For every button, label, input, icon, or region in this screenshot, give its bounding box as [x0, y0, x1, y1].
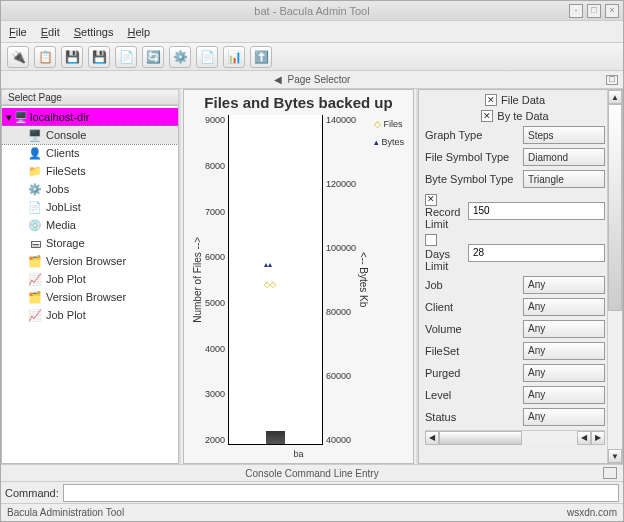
job-label: Job [425, 279, 519, 291]
refresh-icon[interactable]: 🔄 [142, 46, 164, 68]
scroll-up-icon[interactable]: ▲ [608, 90, 622, 104]
splitter-left[interactable] [179, 89, 181, 464]
file-data-checkbox[interactable]: ✕ [485, 94, 497, 106]
tree-item-icon: 💿 [28, 218, 42, 232]
bytes-marker: ▴▴ [264, 260, 272, 269]
fileset-select[interactable]: Any [523, 342, 605, 360]
y-axis-left-ticks: 90008000700060005000400030002000 [205, 115, 228, 445]
print-icon[interactable]: 📄 [115, 46, 137, 68]
client-select[interactable]: Any [523, 298, 605, 316]
hscroll-thumb[interactable] [439, 431, 522, 445]
tree-item[interactable]: 📁FileSets [2, 162, 178, 180]
tree-item[interactable]: 🖥️Console [2, 126, 178, 144]
days-limit-checkbox[interactable] [425, 234, 437, 246]
client-label: Client [425, 301, 519, 313]
byte-data-checkbox[interactable]: ✕ [481, 110, 493, 122]
tree-item-label: FileSets [46, 165, 86, 177]
command-label: Command: [5, 487, 59, 499]
job-select[interactable]: Any [523, 276, 605, 294]
byte-symbol-label: Byte Symbol Type [425, 173, 519, 185]
volume-select[interactable]: Any [523, 320, 605, 338]
options-panel: ✕ File Data ✕ By te Data Graph Type Step… [418, 89, 623, 464]
page-tree[interactable]: ▾ 🖥️ localhost-dir 🖥️Console👤Clients📁Fil… [1, 105, 179, 464]
tree-item[interactable]: 💿Media [2, 216, 178, 234]
tree-item-icon: 📁 [28, 164, 42, 178]
volume-label: Volume [425, 323, 519, 335]
tree-item[interactable]: ⚙️Jobs [2, 180, 178, 198]
minimize-button[interactable]: ‐ [569, 4, 583, 18]
tree-item[interactable]: 📄JobList [2, 198, 178, 216]
tree-item[interactable]: 👤Clients [2, 144, 178, 162]
tree-item-icon: 🗂️ [28, 290, 42, 304]
tree-item-label: Media [46, 219, 76, 231]
menu-file[interactable]: File [9, 26, 27, 38]
menu-help[interactable]: Help [127, 26, 150, 38]
up-icon[interactable]: ⬆️ [250, 46, 272, 68]
vscroll-thumb[interactable] [608, 104, 622, 311]
purged-select[interactable]: Any [523, 364, 605, 382]
scroll-right-icon[interactable]: ▶ [591, 431, 605, 445]
detach-icon[interactable]: □ [606, 75, 618, 85]
save-as-icon[interactable]: 💾 [88, 46, 110, 68]
scroll-left-icon[interactable]: ◀ [425, 431, 439, 445]
record-limit-input[interactable] [468, 202, 605, 220]
tree-item[interactable]: 🗂️Version Browser [2, 288, 178, 306]
scroll-down-icon[interactable]: ▼ [608, 449, 622, 463]
status-bar: Bacula Administration Tool wsxdn.com [1, 503, 623, 521]
tree-item-icon: 🖴 [28, 236, 42, 250]
sidebar: Select Page ▾ 🖥️ localhost-dir 🖥️Console… [1, 89, 179, 464]
tree-item-icon: 🖥️ [28, 128, 42, 142]
save-icon[interactable]: 💾 [61, 46, 83, 68]
scroll-left2-icon[interactable]: ◀ [577, 431, 591, 445]
maximize-button[interactable]: □ [587, 4, 601, 18]
tree-item-label: Job Plot [46, 273, 86, 285]
status-label: Status [425, 411, 519, 423]
tree-item-icon: ⚙️ [28, 182, 42, 196]
tree-item-icon: 🗂️ [28, 254, 42, 268]
files-marker: ◇◇ [264, 280, 276, 289]
options-hscroll[interactable]: ◀ ◀ ▶ [425, 430, 605, 445]
x-axis-label: ba [188, 449, 409, 459]
tree-item[interactable]: 🗂️Version Browser [2, 252, 178, 270]
select-page-header: Select Page [1, 89, 179, 105]
tree-item-label: Clients [46, 147, 80, 159]
settings-icon[interactable]: ⚙️ [169, 46, 191, 68]
y-axis-right-label: <-- Bytes Kb [356, 115, 371, 445]
tree-item[interactable]: 📈Job Plot [2, 270, 178, 288]
graph-type-label: Graph Type [425, 129, 519, 141]
tree-item-label: Jobs [46, 183, 69, 195]
command-input[interactable] [63, 484, 619, 502]
menu-edit[interactable]: Edit [41, 26, 60, 38]
graph-type-select[interactable]: Steps [523, 126, 605, 144]
record-limit-checkbox[interactable]: ✕ [425, 194, 437, 206]
status-select[interactable]: Any [523, 408, 605, 426]
close-button[interactable]: × [605, 4, 619, 18]
byte-symbol-select[interactable]: Triangle [523, 170, 605, 188]
level-select[interactable]: Any [523, 386, 605, 404]
tree-item[interactable]: 📈Job Plot [2, 306, 178, 324]
file-symbol-label: File Symbol Type [425, 151, 519, 163]
tree-item-label: Console [46, 129, 86, 141]
plot-area: ▴▴ ◇◇ [228, 115, 323, 445]
console-detach-icon[interactable] [603, 467, 617, 479]
menu-settings[interactable]: Settings [74, 26, 114, 38]
byte-data-label: By te Data [497, 110, 548, 122]
command-line: Command: [1, 481, 623, 503]
chart-title: Files and Bytes backed up [188, 94, 409, 111]
monitor-icon[interactable]: 📊 [223, 46, 245, 68]
status-text: Bacula Administration Tool [7, 507, 124, 518]
window-title: bat - Bacula Admin Tool [254, 5, 369, 17]
tree-item[interactable]: 🖴Storage [2, 234, 178, 252]
days-limit-input[interactable] [468, 244, 605, 262]
label-icon[interactable]: 📋 [34, 46, 56, 68]
file-symbol-select[interactable]: Diamond [523, 148, 605, 166]
connect-icon[interactable]: 🔌 [7, 46, 29, 68]
tree-root[interactable]: ▾ 🖥️ localhost-dir [2, 108, 178, 126]
collapse-icon[interactable]: ▾ [6, 111, 12, 124]
file-data-label: File Data [501, 94, 545, 106]
fileset-label: FileSet [425, 345, 519, 357]
director-icon: 🖥️ [14, 110, 28, 124]
document-icon[interactable]: 📄 [196, 46, 218, 68]
options-vscroll[interactable]: ▲ ▼ [607, 90, 622, 463]
dock-left-icon[interactable]: ◀ [274, 74, 282, 85]
